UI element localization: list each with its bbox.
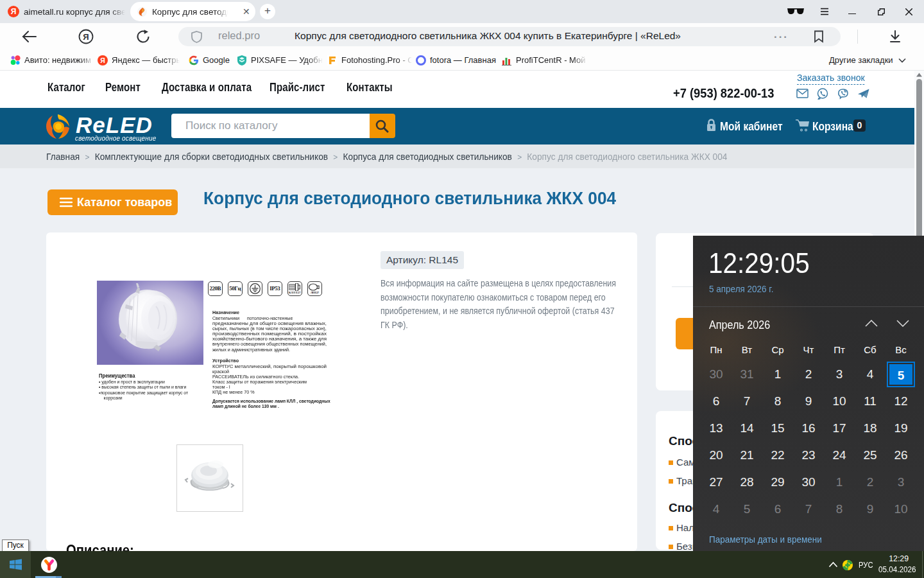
svg-text:Я: Я [100,57,105,64]
svg-text:Я: Я [83,32,89,42]
